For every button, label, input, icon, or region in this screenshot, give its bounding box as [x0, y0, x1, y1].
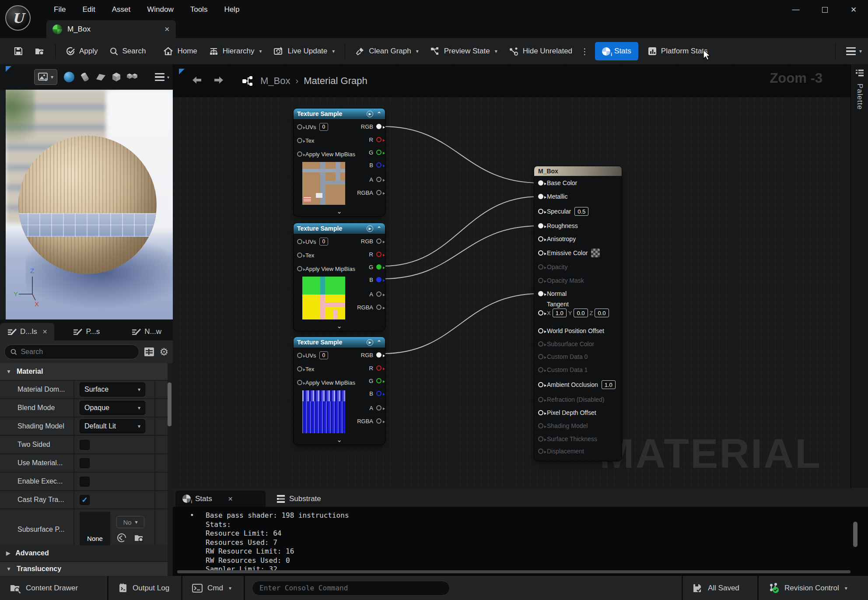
tangent-y-value[interactable]: 0.0 [574, 309, 588, 317]
tab-close-icon[interactable]: ✕ [164, 25, 170, 33]
mbox-pin-anisotropy[interactable]: Anisotropy [538, 232, 619, 246]
uvs-value-box[interactable]: 0 [319, 351, 329, 359]
all-saved-button[interactable]: All Saved [683, 576, 757, 600]
color-swatch[interactable] [591, 249, 600, 257]
input-uvs[interactable]: UVs0 [297, 237, 328, 246]
output-log-button[interactable]: Output Log [108, 576, 181, 600]
output-rgba[interactable]: RGBA [357, 188, 382, 197]
mbox-pin-surface-thickness[interactable]: Surface Thickness [538, 432, 619, 446]
use-selected-icon[interactable] [116, 533, 127, 543]
output-rgba[interactable]: RGBA [357, 303, 382, 312]
enable-exec-checkbox[interactable] [80, 477, 90, 487]
tab-stats[interactable]: i Stats ✕ [175, 491, 266, 507]
mbox-pin-refraction-disabled[interactable]: Refraction (Disabled) [538, 393, 619, 406]
maximize-button[interactable] [810, 0, 839, 19]
menu-edit[interactable]: Edit [74, 5, 103, 14]
mbox-pin-metallic[interactable]: Metallic [538, 190, 619, 203]
tangent-x-value[interactable]: 1.0 [553, 309, 567, 317]
mbox-pin-shading-model[interactable]: Shading Model [538, 419, 619, 432]
pin-value-box[interactable]: 1.0 [602, 380, 616, 389]
details-search-field[interactable] [4, 344, 139, 359]
mbox-pin-tangent[interactable]: TangentX1.0Y0.0Z0.0 [538, 297, 619, 321]
pin-value-box[interactable]: 0.5 [574, 207, 588, 216]
input-pin-icon[interactable] [297, 151, 302, 157]
input-apply-view-mipbias[interactable]: Apply View MipBias [297, 378, 355, 387]
cmd-dropdown[interactable]: Cmd ▾ [182, 576, 244, 600]
two-sided-checkbox[interactable] [80, 440, 90, 450]
input-pin-icon[interactable] [538, 310, 543, 316]
output-r[interactable]: R [369, 364, 382, 372]
asset-option-dropdown[interactable]: No ▾ [116, 516, 144, 528]
blend-mode-dropdown[interactable]: Opaque▾ [80, 401, 145, 415]
more-options-icon[interactable]: ⋮ [578, 46, 592, 56]
output-g[interactable]: G [369, 376, 382, 385]
output-pin-icon[interactable] [376, 405, 382, 411]
input-pin-icon[interactable] [538, 236, 543, 242]
menu-help[interactable]: Help [216, 5, 248, 14]
tab-details[interactable]: D...ls ✕ [0, 323, 54, 340]
input-pin-icon[interactable] [538, 194, 543, 199]
input-pin-icon[interactable] [538, 291, 543, 296]
output-pin-icon[interactable] [376, 291, 382, 297]
output-pin-icon[interactable] [376, 190, 382, 195]
output-pin-icon[interactable] [376, 378, 382, 383]
mbox-pin-custom-data-1[interactable]: Custom Data 1 [538, 363, 619, 376]
output-pin-icon[interactable] [376, 264, 382, 270]
input-apply-view-mipbias[interactable]: Apply View MipBias [297, 149, 355, 159]
browse-asset-icon[interactable] [134, 533, 144, 543]
input-apply-view-mipbias[interactable]: Apply View MipBias [297, 264, 355, 274]
node-header[interactable]: M_Box [534, 166, 622, 176]
view-mode-dropdown[interactable]: ⚙ ▾ [34, 69, 57, 85]
output-b[interactable]: B [369, 275, 382, 284]
mbox-pin-subsurface-color[interactable]: Subsurface Color [538, 337, 619, 351]
expand-chevron-icon[interactable]: ⌄ [294, 322, 385, 330]
menu-asset[interactable]: Asset [104, 5, 139, 14]
input-tex[interactable]: Tex [297, 136, 314, 145]
mbox-pin-opacity-mask[interactable]: Opacity Mask [538, 274, 619, 287]
tab-m-box[interactable]: M_Box ✕ [46, 20, 176, 38]
unreal-logo[interactable]: U [5, 5, 31, 31]
tab-preview[interactable]: N...w [124, 323, 168, 340]
mbox-pin-displacement[interactable]: Displacement [538, 445, 619, 458]
nav-back-button[interactable] [186, 75, 208, 87]
details-scrollbar[interactable] [168, 382, 172, 426]
texture-sample-node-3[interactable]: Texture Sample ▶ ⌃ UVs0 Tex Apply View M… [294, 337, 385, 445]
breadcrumb-asset[interactable]: M_Box [260, 75, 290, 87]
input-pin-icon[interactable] [297, 124, 302, 130]
preview-shape-cylinder-button[interactable] [77, 69, 92, 85]
home-button[interactable]: Home [158, 42, 203, 61]
shading-model-dropdown[interactable]: Default Lit▾ [80, 419, 145, 433]
display-filter-icon[interactable] [144, 347, 155, 357]
apply-button[interactable]: Apply [60, 42, 104, 61]
browse-to-asset-button[interactable] [29, 42, 51, 61]
node-header[interactable]: Texture Sample ▶ ⌃ [294, 223, 385, 234]
hide-unrelated-button[interactable]: Hide Unrelated [503, 42, 578, 61]
input-pin-icon[interactable] [538, 397, 543, 402]
search-input[interactable] [21, 348, 133, 356]
output-a[interactable]: A [369, 175, 382, 184]
output-g[interactable]: G [369, 148, 382, 157]
tangent-z-value[interactable]: 0.0 [595, 309, 609, 317]
material-dom-dropdown[interactable]: Surface▾ [80, 382, 145, 396]
output-g[interactable]: G [369, 263, 382, 271]
viewport-options-menu[interactable]: ▾ [155, 73, 169, 81]
output-pin-icon[interactable] [376, 252, 382, 257]
input-pin-icon[interactable] [538, 341, 543, 347]
output-pin-icon[interactable] [376, 277, 382, 282]
cast-ray-tra-checkbox[interactable]: ✓ [80, 495, 90, 505]
menu-tools[interactable]: Tools [182, 5, 216, 14]
nav-forward-button[interactable] [208, 75, 230, 87]
preview-shape-custom-mesh-button[interactable] [125, 69, 140, 85]
input-pin-icon[interactable] [297, 266, 302, 271]
collapse-icon[interactable]: ⌃ [377, 111, 382, 117]
mbox-pin-ambient-occlusion[interactable]: Ambient Occlusion1.0 [538, 378, 619, 391]
content-drawer-button[interactable]: Content Drawer [0, 576, 107, 600]
output-pin-icon[interactable] [376, 162, 382, 168]
material-graph-pane[interactable]: M_Box › Material Graph Zoom -3 MATERIAL … [173, 64, 850, 488]
output-pin-icon[interactable] [376, 239, 382, 244]
mbox-pin-opacity[interactable]: Opacity [538, 260, 619, 274]
mbox-pin-custom-data-0[interactable]: Custom Data 0 [538, 350, 619, 363]
play-icon[interactable]: ▶ [367, 225, 373, 232]
input-pin-icon[interactable] [538, 449, 543, 454]
input-pin-icon[interactable] [538, 209, 543, 214]
